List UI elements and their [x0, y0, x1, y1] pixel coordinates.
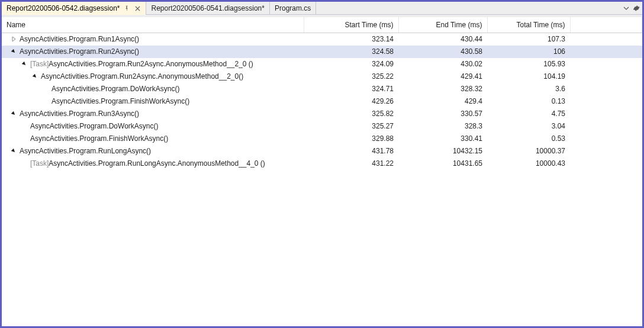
cell-pad: [570, 46, 642, 58]
chevron-down-icon[interactable]: [10, 147, 17, 155]
expander-placeholder: [21, 135, 28, 142]
cell-pad: [570, 33, 642, 46]
tab-overflow-dropdown-icon[interactable]: [623, 5, 629, 11]
cell-total: 10000.43: [487, 157, 570, 170]
tab-bar-right: [623, 2, 640, 15]
cell-total: 4.75: [487, 108, 570, 120]
expander-placeholder: [21, 160, 28, 167]
table-row[interactable]: [Task] AsyncActivities.Program.RunLongAs…: [2, 157, 642, 170]
table-row[interactable]: AsyncActivities.Program.FinishWorkAsync(…: [2, 95, 642, 108]
tab-label: Report20200506-0541.diagsession*: [151, 4, 264, 12]
table-row[interactable]: AsyncActivities.Program.Run1Async()323.1…: [2, 33, 642, 46]
cell-start: 429.26: [304, 95, 398, 108]
cell-name[interactable]: AsyncActivities.Program.RunLongAsync(): [2, 145, 304, 157]
expander-placeholder: [42, 85, 49, 92]
gear-icon[interactable]: [633, 5, 640, 12]
expander-placeholder: [42, 98, 49, 105]
task-prefix: [Task]: [30, 60, 49, 68]
column-header-end[interactable]: End Time (ms): [398, 17, 487, 33]
cell-end: 10432.15: [398, 145, 487, 157]
cell-end: 430.02: [398, 58, 487, 70]
table-row[interactable]: AsyncActivities.Program.DoWorkAsync()324…: [2, 83, 642, 95]
chevron-down-icon[interactable]: [10, 48, 17, 55]
cell-pad: [570, 83, 642, 95]
chevron-down-icon[interactable]: [31, 73, 38, 80]
cell-start: 325.82: [304, 108, 398, 120]
cell-pad: [570, 157, 642, 170]
cell-start: 325.22: [304, 70, 398, 83]
cell-total: 0.53: [487, 133, 570, 145]
column-header-row: Name Start Time (ms) End Time (ms) Total…: [2, 17, 642, 33]
cell-end: 330.57: [398, 108, 487, 120]
expander-placeholder: [21, 123, 28, 130]
close-icon[interactable]: [134, 5, 141, 12]
cell-start: 324.71: [304, 83, 398, 95]
cell-name[interactable]: AsyncActivities.Program.Run1Async(): [2, 33, 304, 46]
cell-total: 0.13: [487, 95, 570, 108]
column-header-pad: [570, 17, 642, 33]
table-row[interactable]: AsyncActivities.Program.Run2Async()324.5…: [2, 46, 642, 58]
cell-end: 430.44: [398, 33, 487, 46]
document-tab[interactable]: Report20200506-0542.diagsession*: [2, 2, 146, 15]
cell-start: 323.14: [304, 33, 398, 46]
cell-name[interactable]: AsyncActivities.Program.Run2Async.Anonym…: [2, 70, 304, 83]
row-name-text: AsyncActivities.Program.FinishWorkAsync(…: [30, 134, 168, 143]
row-name-text: AsyncActivities.Program.Run2Async.Anonym…: [49, 60, 253, 68]
table-row[interactable]: AsyncActivities.Program.DoWorkAsync()325…: [2, 120, 642, 133]
cell-pad: [570, 120, 642, 133]
row-name-text: AsyncActivities.Program.DoWorkAsync(): [51, 85, 180, 93]
cell-total: 105.93: [487, 58, 570, 70]
cell-end: 328.32: [398, 83, 487, 95]
column-header-start[interactable]: Start Time (ms): [304, 17, 398, 33]
row-name-text: AsyncActivities.Program.Run2Async.Anonym…: [41, 72, 243, 81]
cell-name[interactable]: [Task] AsyncActivities.Program.Run2Async…: [2, 58, 304, 70]
chevron-down-icon[interactable]: [21, 60, 28, 67]
row-name-text: AsyncActivities.Program.Run3Async(): [20, 110, 139, 118]
column-header-total[interactable]: Total Time (ms): [487, 17, 570, 33]
document-tab[interactable]: Report20200506-0541.diagsession*: [146, 2, 269, 15]
cell-name[interactable]: AsyncActivities.Program.FinishWorkAsync(…: [2, 95, 304, 108]
pin-icon[interactable]: [123, 5, 130, 12]
chevron-right-icon[interactable]: [10, 36, 17, 43]
cell-pad: [570, 145, 642, 157]
cell-end: 328.3: [398, 120, 487, 133]
cell-start: 324.09: [304, 58, 398, 70]
column-header-name[interactable]: Name: [2, 17, 304, 33]
cell-name[interactable]: AsyncActivities.Program.Run2Async(): [2, 46, 304, 58]
cell-total: 107.3: [487, 33, 570, 46]
cell-pad: [570, 95, 642, 108]
table-row[interactable]: AsyncActivities.Program.Run2Async.Anonym…: [2, 70, 642, 83]
cell-total: 104.19: [487, 70, 570, 83]
cell-name[interactable]: AsyncActivities.Program.DoWorkAsync(): [2, 120, 304, 133]
cell-name[interactable]: AsyncActivities.Program.Run3Async(): [2, 108, 304, 120]
document-tab[interactable]: Program.cs: [270, 2, 316, 15]
cell-pad: [570, 70, 642, 83]
chevron-down-icon[interactable]: [10, 110, 17, 117]
table-row[interactable]: [Task] AsyncActivities.Program.Run2Async…: [2, 58, 642, 70]
cell-total: 3.6: [487, 83, 570, 95]
cell-start: 325.27: [304, 120, 398, 133]
cell-start: 431.22: [304, 157, 398, 170]
row-name-text: AsyncActivities.Program.DoWorkAsync(): [30, 122, 159, 130]
row-name-text: AsyncActivities.Program.RunLongAsync(): [20, 147, 151, 155]
table-row[interactable]: AsyncActivities.Program.RunLongAsync()43…: [2, 145, 642, 157]
row-name-text: AsyncActivities.Program.Run1Async(): [20, 35, 139, 43]
cell-start: 329.88: [304, 133, 398, 145]
tab-bar: Report20200506-0542.diagsession*Report20…: [2, 2, 642, 15]
cell-end: 429.41: [398, 70, 487, 83]
table-row[interactable]: AsyncActivities.Program.FinishWorkAsync(…: [2, 133, 642, 145]
tab-label: Program.cs: [275, 4, 311, 12]
cell-name[interactable]: [Task] AsyncActivities.Program.RunLongAs…: [2, 157, 304, 170]
cell-start: 431.78: [304, 145, 398, 157]
cell-pad: [570, 133, 642, 145]
cell-name[interactable]: AsyncActivities.Program.FinishWorkAsync(…: [2, 133, 304, 145]
cell-pad: [570, 108, 642, 120]
row-name-text: AsyncActivities.Program.Run2Async(): [20, 47, 139, 56]
task-prefix: [Task]: [30, 159, 49, 168]
cell-pad: [570, 58, 642, 70]
cell-name[interactable]: AsyncActivities.Program.DoWorkAsync(): [2, 83, 304, 95]
table-row[interactable]: AsyncActivities.Program.Run3Async()325.8…: [2, 108, 642, 120]
cell-end: 430.58: [398, 46, 487, 58]
results-grid[interactable]: Name Start Time (ms) End Time (ms) Total…: [2, 15, 642, 326]
row-name-text: AsyncActivities.Program.FinishWorkAsync(…: [51, 97, 189, 105]
